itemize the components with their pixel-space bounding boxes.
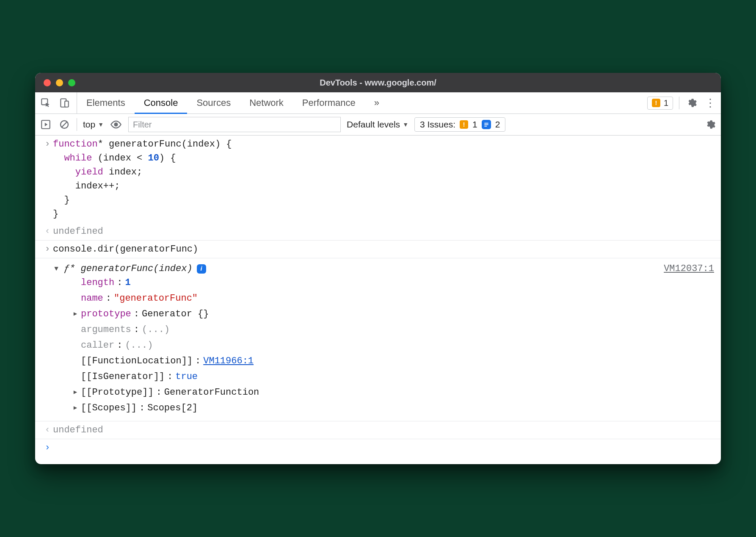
more-menu-button[interactable]: ⋮ <box>704 97 717 109</box>
svg-rect-7 <box>484 123 488 124</box>
property-value: (...) <box>142 323 170 337</box>
chevron-down-icon: ▼ <box>98 121 104 128</box>
console-entry: › console.dir(generatorFunc) <box>35 241 721 258</box>
clear-console-button[interactable] <box>58 118 71 131</box>
context-selector[interactable]: top ▼ <box>83 119 104 130</box>
return-value: undefined <box>53 423 714 437</box>
levels-label: Default levels <box>347 119 400 130</box>
property-row[interactable]: [[IsGenerator]]: true <box>72 370 714 384</box>
issues-warn-count: 1 <box>472 119 477 130</box>
object-properties: length: 1 name: "generatorFunc" ▶ protot… <box>53 276 714 415</box>
issues-chip[interactable]: 3 Issues: ! 1 2 <box>414 117 505 132</box>
settings-button[interactable] <box>685 97 698 109</box>
property-row[interactable]: ▶ [[Prototype]]: GeneratorFunction <box>72 385 714 399</box>
warning-icon: ! <box>460 120 468 129</box>
devtools-window: DevTools - www.google.com/ Elements Cons… <box>35 73 721 464</box>
inspect-element-icon[interactable] <box>39 97 52 109</box>
object-preview: ƒ* generatorFunc(index) <box>64 262 193 276</box>
disclosure-triangle-icon[interactable]: ▶ <box>72 388 78 397</box>
property-row[interactable]: name: "generatorFunc" <box>72 291 714 305</box>
tabs-overflow[interactable]: » <box>365 92 389 113</box>
tab-console[interactable]: Console <box>135 92 188 113</box>
object-inspector[interactable]: ▼ ƒ* generatorFunc(index) i VM12037:1 le… <box>53 260 714 419</box>
fn-signature: generatorFunc(index) <box>81 263 193 274</box>
property-value: (...) <box>125 338 153 352</box>
tab-sources[interactable]: Sources <box>187 92 240 113</box>
disclosure-triangle-icon[interactable]: ▶ <box>72 404 78 412</box>
property-row[interactable]: arguments: (...) <box>72 323 714 337</box>
info-icon <box>482 120 491 129</box>
property-value: Generator {} <box>142 307 209 321</box>
svg-rect-2 <box>65 101 69 107</box>
svg-rect-9 <box>484 126 487 127</box>
output-marker-icon: ‹ <box>42 423 53 437</box>
source-link[interactable]: VM12037:1 <box>664 262 714 276</box>
svg-rect-8 <box>484 124 488 125</box>
chevron-right-icon: » <box>374 97 379 108</box>
minimize-window-button[interactable] <box>56 79 63 86</box>
filter-input[interactable] <box>128 117 341 132</box>
property-row[interactable]: ▶ [[Scopes]]: Scopes[2] <box>72 401 714 415</box>
fn-glyph: ƒ* <box>64 263 75 274</box>
property-name: [[Scopes]] <box>81 401 137 415</box>
tab-performance[interactable]: Performance <box>293 92 365 113</box>
issues-info-count: 2 <box>495 119 500 130</box>
console-prompt[interactable]: › <box>35 439 721 464</box>
tab-network[interactable]: Network <box>240 92 293 113</box>
info-icon[interactable]: i <box>197 264 206 274</box>
property-value: "generatorFunc" <box>114 291 198 305</box>
svg-point-6 <box>115 123 118 126</box>
close-window-button[interactable] <box>44 79 51 86</box>
code-input: function* generatorFunc(index) { while (… <box>53 137 714 221</box>
return-value: undefined <box>53 224 714 238</box>
log-levels-selector[interactable]: Default levels ▼ <box>347 119 408 130</box>
live-expression-button[interactable] <box>110 118 122 131</box>
property-row[interactable]: [[FunctionLocation]]: VM11966:1 <box>72 354 714 368</box>
property-name: name <box>81 291 103 305</box>
code-input: console.dir(generatorFunc) <box>53 242 714 256</box>
warnings-chip[interactable]: ! 1 <box>647 97 673 110</box>
titlebar: DevTools - www.google.com/ <box>35 73 721 92</box>
tab-label: Network <box>249 97 284 108</box>
input-marker-icon: › <box>42 137 53 151</box>
console-body: › function* generatorFunc(index) { while… <box>35 136 721 464</box>
code-block: function* generatorFunc(index) { while (… <box>53 137 714 221</box>
property-value: Scopes[2] <box>147 401 198 415</box>
console-entry: ‹ undefined <box>35 223 721 241</box>
disclosure-triangle-icon[interactable]: ▼ <box>53 264 60 274</box>
property-name: [[Prototype]] <box>81 385 154 399</box>
warning-icon: ! <box>652 99 660 107</box>
disclosure-triangle-icon[interactable]: ▶ <box>72 310 78 318</box>
device-toolbar-icon[interactable] <box>58 97 71 109</box>
context-label: top <box>83 119 95 130</box>
prompt-marker-icon: › <box>42 441 53 455</box>
output-marker-icon: ‹ <box>42 224 53 238</box>
tab-elements[interactable]: Elements <box>77 92 135 113</box>
source-link[interactable]: VM11966:1 <box>203 354 254 368</box>
tab-label: Sources <box>196 97 231 108</box>
console-toolbar: top ▼ Default levels ▼ 3 Issues: ! 1 2 <box>35 114 721 136</box>
console-entry: ▼ ƒ* generatorFunc(index) i VM12037:1 le… <box>35 258 721 421</box>
panel-tabbar: Elements Console Sources Network Perform… <box>35 92 721 114</box>
property-value: 1 <box>125 276 130 290</box>
property-row[interactable]: length: 1 <box>72 276 714 290</box>
tab-label: Elements <box>86 97 125 108</box>
console-entry: ‹ undefined <box>35 421 721 439</box>
panel-tabs: Elements Console Sources Network Perform… <box>77 92 389 113</box>
execution-context-icon[interactable] <box>39 118 52 131</box>
zoom-window-button[interactable] <box>68 79 75 86</box>
svg-line-5 <box>62 122 67 127</box>
property-value: true <box>175 370 198 384</box>
divider <box>77 118 77 131</box>
tab-label: Console <box>144 97 178 108</box>
warnings-count: 1 <box>664 98 668 108</box>
divider <box>679 97 679 109</box>
input-marker-icon: › <box>42 242 53 256</box>
property-row[interactable]: ▶ prototype: Generator {} <box>72 307 714 321</box>
property-name: length <box>81 276 114 290</box>
property-row[interactable]: caller: (...) <box>72 338 714 352</box>
window-title: DevTools - www.google.com/ <box>35 78 721 88</box>
property-value: GeneratorFunction <box>164 385 259 399</box>
window-controls <box>44 79 75 86</box>
console-settings-button[interactable] <box>704 118 717 131</box>
